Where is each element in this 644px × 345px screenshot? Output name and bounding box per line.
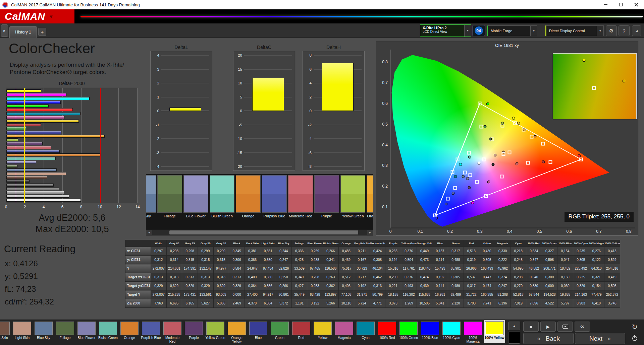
table-column-header: Black [229, 240, 245, 247]
pattern-button-blue-sky[interactable]: Blue Sky [33, 320, 54, 343]
pattern-button-foliage[interactable]: Foliage [54, 320, 76, 343]
target-marker [463, 171, 467, 175]
deltae-bar [6, 172, 66, 175]
back-button[interactable]: « Back [523, 333, 574, 344]
pattern-button-dark-skin[interactable]: Dark Skin [0, 320, 11, 343]
meter-mode: LCD Direct View [423, 30, 463, 33]
measured-marker [471, 201, 474, 204]
pattern-button-100-yellow[interactable]: 100% Yellow [484, 320, 505, 343]
continuous-measure-button[interactable]: ∞ [575, 322, 590, 332]
meter-status-badge[interactable]: 94 [472, 25, 485, 36]
pattern-button-moderate-red[interactable]: Moderate Red [162, 320, 183, 343]
table-column-header: White [151, 240, 167, 247]
brand-band: CalMAN ▼ [0, 9, 644, 23]
target-marker [548, 160, 552, 164]
play-button[interactable]: ▶ [540, 322, 556, 332]
resume-button[interactable]: ↻ [629, 322, 641, 332]
collapse-panel-button[interactable]: ◄ [632, 25, 641, 36]
pattern-button-purple[interactable]: Purple [183, 320, 205, 343]
settings-button[interactable]: ⚙ [606, 25, 617, 36]
tab-history-1[interactable]: History 1 [9, 26, 37, 38]
help-button[interactable]: ? [619, 25, 630, 36]
table-column-header: 100% Magenta [589, 240, 604, 247]
expand-panel-button[interactable]: ▲ [508, 322, 520, 330]
deltae-bar [6, 150, 60, 153]
pattern-button-orange[interactable]: Orange [119, 320, 140, 343]
pattern-button-100-red[interactable]: 100% Red [376, 320, 398, 343]
scroll-left-icon[interactable]: ◄ [146, 230, 152, 235]
layout-expander-button[interactable]: ► [1, 24, 8, 37]
next-label: Next [589, 335, 602, 342]
scroll-right-icon[interactable]: ► [367, 230, 373, 235]
add-tab-button[interactable]: + [38, 28, 46, 36]
swatch-row: Blue SkyFoliageBlue FlowerBluish GreenOr… [146, 175, 373, 218]
pattern-button-100-cyan[interactable]: 100% Cyan [441, 320, 462, 343]
cie-chart-title: CIE 1931 xy [376, 43, 638, 48]
pattern-button-100-green[interactable]: 100% Green [398, 320, 419, 343]
display-control-label: Direct Display Control [549, 29, 585, 33]
next-button[interactable]: Next » [575, 333, 625, 344]
measured-marker [477, 161, 480, 164]
cie-y-labels: 0,80,70,60,50,40,30,20,1 [378, 50, 388, 228]
pattern-button-yellow[interactable]: Yellow [312, 320, 333, 343]
swatch-tile: Blue Sky [146, 175, 156, 218]
pattern-preview-button[interactable] [508, 332, 520, 344]
pattern-button-blue[interactable]: Blue [248, 320, 269, 343]
pattern-button-green[interactable]: Green [269, 320, 290, 343]
pattern-button-bluish-green[interactable]: Bluish Green [97, 320, 119, 343]
power-button[interactable] [629, 333, 641, 343]
display-control-dropdown[interactable]: Direct Display Control ▼ [545, 25, 604, 36]
table-column-header: Purple [385, 240, 401, 247]
minimize-button[interactable] [598, 0, 613, 9]
table-column-header: Blue [432, 240, 448, 247]
chevron-down-icon[interactable]: ▼ [464, 25, 471, 37]
close-button[interactable] [629, 0, 644, 9]
deltac-title: DeltaC [233, 45, 295, 50]
table-column-header: Cyan [511, 240, 526, 247]
target-marker [514, 121, 517, 125]
target-marker [508, 150, 512, 154]
chevron-down-icon[interactable]: ▼ [530, 26, 537, 36]
maximize-button[interactable] [613, 0, 629, 9]
table-row: Target Y272,007215,238173,431133,56193,0… [125, 290, 620, 299]
reading-y: y: 0,5291 [5, 272, 38, 281]
pattern-button-magenta[interactable]: Magenta [333, 320, 355, 343]
table-row: x: CIE310,2970,2980,2980,2990,2990,3450,… [125, 247, 620, 256]
pattern-button-100-magenta[interactable]: 100% Magenta [462, 320, 484, 343]
table-column-header: Bluish Green [323, 240, 338, 247]
pattern-button-yellow-green[interactable]: Yellow Green [205, 320, 226, 343]
deltal-plot [161, 55, 209, 166]
measured-marker [468, 156, 471, 159]
scrollbar-thumb[interactable] [169, 230, 358, 234]
measured-marker [462, 175, 465, 178]
target-marker [579, 157, 583, 161]
measure-button[interactable] [557, 322, 573, 332]
swatch-scrollbar[interactable]: ◄ ► [146, 229, 373, 235]
measured-marker [466, 177, 469, 180]
table-column-header: 100% Red [526, 240, 542, 247]
reading-cd: cd/m²: 254,32 [5, 297, 54, 306]
table-row: Target x:CIE310,3130,3130,3130,3130,3130… [125, 273, 620, 282]
pattern-button-blue-flower[interactable]: Blue Flower [76, 320, 97, 343]
deltal-bar [169, 108, 201, 111]
scrollbar-track[interactable] [152, 230, 367, 235]
calman-menu-button[interactable]: CalMAN ▼ [0, 9, 74, 23]
inset-dot-marker [582, 59, 585, 62]
deltae-bar [6, 184, 54, 187]
deltae-bar [6, 157, 56, 160]
pattern-button-100-blue[interactable]: 100% Blue [419, 320, 441, 343]
pattern-button-cyan[interactable]: Cyan [355, 320, 376, 343]
pattern-button-orange-yellow[interactable]: Orange Yellow [226, 320, 248, 343]
target-marker [478, 101, 482, 105]
target-marker [502, 152, 505, 156]
deltae-bar [6, 123, 41, 126]
chevron-down-icon[interactable]: ▼ [597, 26, 603, 36]
source-dropdown[interactable]: Mobile Forge ▼ [487, 25, 537, 36]
pattern-button-red[interactable]: Red [290, 320, 312, 343]
pattern-button-light-skin[interactable]: Light Skin [11, 320, 33, 343]
stop-button[interactable]: ■ [523, 322, 539, 332]
meter-dropdown[interactable]: X-Rite i1Pro 2 LCD Direct View ▼ [420, 24, 471, 37]
deltae-bar [6, 146, 51, 149]
pattern-button-purplish-blue[interactable]: Purplish Blue [140, 320, 162, 343]
source-label: Mobile Forge [491, 29, 512, 33]
